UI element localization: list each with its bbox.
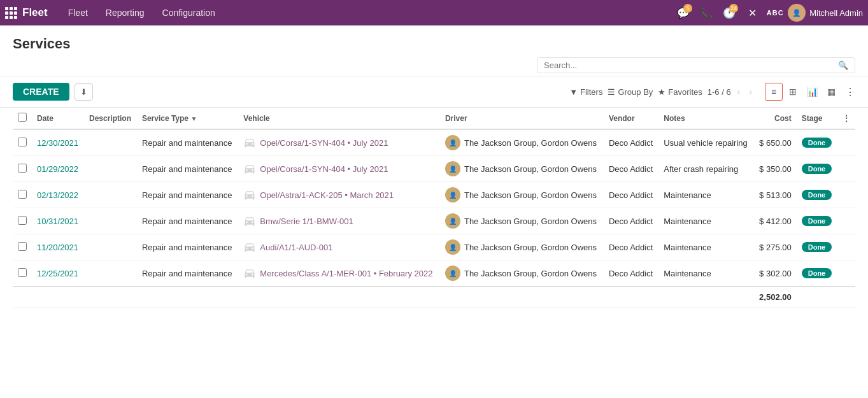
row-date[interactable]: 02/13/2022 <box>32 182 84 208</box>
th-description[interactable]: Description <box>84 108 137 129</box>
total-row: 2,502.00 <box>13 287 855 308</box>
user-name: Mitchell Admin <box>809 8 863 18</box>
row-checkbox[interactable] <box>18 268 27 277</box>
row-service-type: Repair and maintenance <box>137 129 238 156</box>
search-input[interactable] <box>544 60 838 70</box>
th-date[interactable]: Date <box>32 108 84 129</box>
list-view-button[interactable]: ≡ <box>765 83 783 101</box>
row-date[interactable]: 12/25/2021 <box>32 260 84 287</box>
grid-view-button[interactable]: ▦ <box>822 83 840 101</box>
row-checkbox[interactable] <box>18 190 27 199</box>
vehicle-link[interactable]: Mercedes/Class A/1-MER-001 • February 20… <box>260 269 432 278</box>
row-date[interactable]: 12/30/2021 <box>32 129 84 156</box>
row-stage: Done <box>797 260 837 287</box>
row-stage: Done <box>797 129 837 156</box>
table-row: 01/29/2022 Repair and maintenance Opel/C… <box>13 156 855 182</box>
row-driver: 👤 The Jackson Group, Gordon Owens <box>440 156 604 182</box>
clock-icon-btn[interactable]: 🕐 24 <box>719 3 739 23</box>
chat-icon-btn[interactable]: 💬 5 <box>673 3 694 23</box>
row-notes: After crash repairing <box>658 156 753 182</box>
row-driver: 👤 The Jackson Group, Gordon Owens <box>440 182 604 208</box>
filters-button[interactable]: ▼ Filters <box>569 87 602 97</box>
filters-label: Filters <box>580 87 602 97</box>
row-date[interactable]: 10/31/2021 <box>32 208 84 234</box>
row-description <box>84 156 137 182</box>
column-options-icon[interactable]: ⋮ <box>843 114 850 123</box>
th-cost[interactable]: Cost <box>753 108 796 129</box>
export-button[interactable]: ⬇ <box>75 83 93 101</box>
row-service-type: Repair and maintenance <box>137 208 238 234</box>
vehicle-link[interactable]: Audi/A1/1-AUD-001 <box>260 243 332 252</box>
th-driver[interactable]: Driver <box>440 108 604 129</box>
row-vehicle[interactable]: Mercedes/Class A/1-MER-001 • February 20… <box>238 260 440 287</box>
abc-label-btn[interactable]: ABC <box>765 3 785 23</box>
row-vehicle[interactable]: Audi/A1/1-AUD-001 <box>238 234 440 260</box>
vehicle-link[interactable]: Bmw/Serie 1/1-BMW-001 <box>260 217 353 226</box>
vehicle-link[interactable]: Opel/Corsa/1-SYN-404 • July 2021 <box>260 164 388 174</box>
row-vehicle[interactable]: Opel/Corsa/1-SYN-404 • July 2021 <box>238 129 440 156</box>
row-checkbox[interactable] <box>18 216 27 225</box>
row-vehicle[interactable]: Opel/Astra/1-ACK-205 • March 2021 <box>238 182 440 208</box>
services-table: Date Description Service Type ▼ Vehicle … <box>13 108 855 308</box>
create-button[interactable]: CREATE <box>13 83 69 101</box>
th-notes[interactable]: Notes <box>658 108 753 129</box>
row-vehicle[interactable]: Bmw/Serie 1/1-BMW-001 <box>238 208 440 234</box>
select-all-checkbox[interactable] <box>18 113 27 122</box>
stage-badge: Done <box>802 242 832 252</box>
chart-view-button[interactable]: 📊 <box>803 83 821 101</box>
brand-label: Fleet <box>22 6 48 19</box>
row-description <box>84 182 137 208</box>
row-checkbox-cell[interactable] <box>13 234 32 260</box>
th-vehicle[interactable]: Vehicle <box>238 108 440 129</box>
row-checkbox-cell[interactable] <box>13 208 32 234</box>
driver-avatar: 👤 <box>445 135 460 150</box>
table-row: 10/31/2021 Repair and maintenance Bmw/Se… <box>13 208 855 234</box>
row-checkbox-cell[interactable] <box>13 129 32 156</box>
th-vendor[interactable]: Vendor <box>604 108 658 129</box>
th-stage[interactable]: Stage <box>797 108 837 129</box>
row-checkbox-cell[interactable] <box>13 182 32 208</box>
next-page-button[interactable]: › <box>746 85 755 98</box>
row-date[interactable]: 11/20/2021 <box>32 234 84 260</box>
row-description <box>84 260 137 287</box>
car-icon <box>243 267 256 280</box>
stage-badge: Done <box>802 138 832 148</box>
row-checkbox-cell[interactable] <box>13 260 32 287</box>
close-icon-btn[interactable]: ✕ <box>742 3 762 23</box>
group-by-button[interactable]: ☰ Group By <box>608 87 653 97</box>
favorites-button[interactable]: ★ Favorites <box>658 87 702 97</box>
prev-page-button[interactable]: ‹ <box>735 85 743 98</box>
th-service-type[interactable]: Service Type ▼ <box>137 108 238 129</box>
th-select-all[interactable] <box>13 108 32 129</box>
user-menu[interactable]: 👤 Mitchell Admin <box>788 4 863 22</box>
vehicle-link[interactable]: Opel/Corsa/1-SYN-404 • July 2021 <box>260 138 388 148</box>
row-date[interactable]: 01/29/2022 <box>32 156 84 182</box>
row-cost: $ 302.00 <box>753 260 796 287</box>
row-stage: Done <box>797 182 837 208</box>
nav-reporting[interactable]: Reporting <box>98 0 152 25</box>
search-icon[interactable]: 🔍 <box>838 60 848 70</box>
vehicle-link[interactable]: Opel/Astra/1-ACK-205 • March 2021 <box>260 190 394 200</box>
nav-configuration[interactable]: Configuration <box>155 0 223 25</box>
apps-menu-button[interactable] <box>5 7 17 19</box>
row-checkbox[interactable] <box>18 164 27 173</box>
row-checkbox[interactable] <box>18 242 27 251</box>
driver-avatar: 👤 <box>445 187 460 203</box>
car-icon <box>243 136 256 149</box>
more-options-button[interactable]: ⋮ <box>845 86 855 98</box>
row-checkbox-cell[interactable] <box>13 156 32 182</box>
row-service-type: Repair and maintenance <box>137 156 238 182</box>
pagination: 1-6 / 6 ‹ › <box>708 85 755 98</box>
row-vehicle[interactable]: Opel/Corsa/1-SYN-404 • July 2021 <box>238 156 440 182</box>
kanban-view-button[interactable]: ⊞ <box>784 83 802 101</box>
row-notes: Maintenance <box>658 234 753 260</box>
service-type-sort-icon: ▼ <box>190 115 197 122</box>
row-cost: $ 275.00 <box>753 234 796 260</box>
driver-avatar: 👤 <box>445 161 460 176</box>
page-header: Services <box>0 25 868 52</box>
row-checkbox[interactable] <box>18 138 27 146</box>
phone-icon-btn[interactable]: 📞 <box>696 3 716 23</box>
nav-fleet[interactable]: Fleet <box>60 0 96 25</box>
row-more <box>837 208 855 234</box>
car-icon <box>243 162 256 175</box>
